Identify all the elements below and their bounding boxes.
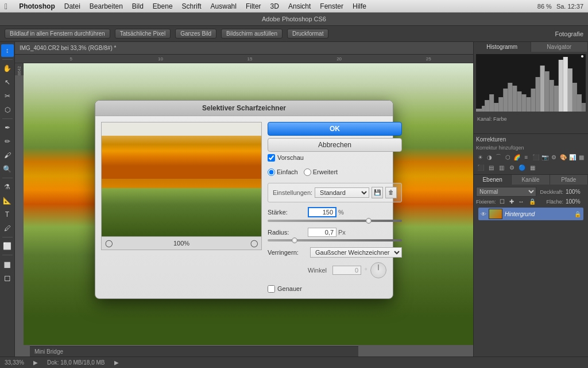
opt-btn-actual[interactable]: Tatsächliche Pixel bbox=[115, 29, 171, 39]
settings-delete-btn[interactable]: 🗑 bbox=[385, 187, 397, 198]
menu-bild[interactable]: Bild bbox=[132, 2, 144, 10]
menu-datei[interactable]: Datei bbox=[64, 2, 80, 10]
tool-separator-2 bbox=[2, 118, 13, 119]
tool-measure[interactable]: 📐 bbox=[1, 194, 14, 207]
histogram-svg bbox=[476, 54, 586, 112]
tool-text[interactable]: T bbox=[1, 208, 14, 221]
doc-info: Dok: 18,0 MB/18,0 MB bbox=[47, 359, 105, 366]
settings-select[interactable]: Standard bbox=[315, 187, 369, 198]
menu-fenster[interactable]: Fenster bbox=[320, 2, 343, 10]
correction-pattern-icon[interactable]: ▦ bbox=[528, 163, 537, 172]
menu-bearbeiten[interactable]: Bearbeiten bbox=[90, 2, 123, 10]
angle-input[interactable] bbox=[332, 266, 361, 275]
strength-input[interactable] bbox=[308, 207, 336, 217]
strength-slider[interactable] bbox=[268, 220, 402, 222]
tool-zoom[interactable]: 🔍 bbox=[1, 163, 14, 175]
reduce-select[interactable]: Gaußscher Weichzeichner bbox=[310, 247, 402, 258]
correction-invert-icon[interactable]: ⬛ bbox=[476, 163, 485, 172]
fix-icon-2[interactable]: ✚ bbox=[509, 198, 514, 205]
radio-advanced[interactable] bbox=[304, 168, 311, 176]
blend-mode-select[interactable]: Normal bbox=[476, 187, 536, 197]
preview-nav-left[interactable]: ◯ bbox=[102, 239, 116, 247]
tool-crop[interactable]: ✂ bbox=[1, 90, 14, 102]
radius-input[interactable] bbox=[308, 228, 336, 237]
menu-ebene[interactable]: Ebene bbox=[153, 2, 173, 10]
tool-burn[interactable]: ⚗ bbox=[1, 181, 14, 193]
histogram-tab[interactable]: Histogramm bbox=[474, 42, 531, 52]
mode-simple[interactable]: Einfach bbox=[268, 168, 298, 176]
ok-button[interactable]: OK bbox=[268, 122, 402, 136]
navigator-tab[interactable]: Navigator bbox=[531, 42, 589, 52]
layer-item-background[interactable]: 👁 Hintergrund 🔒 bbox=[478, 208, 583, 220]
tool-pen[interactable]: 🖊 bbox=[1, 222, 14, 235]
correction-levels-icon[interactable]: 📊 bbox=[568, 152, 577, 162]
tool-brush[interactable]: ✏ bbox=[1, 135, 14, 148]
reduce-row: Verringern: Gaußscher Weichzeichner bbox=[268, 247, 402, 258]
preview-area: ◯ 100% ◯ bbox=[101, 122, 262, 293]
tool-move[interactable]: ↕ bbox=[1, 44, 14, 57]
tool-magic[interactable]: ⬡ bbox=[1, 103, 14, 116]
angle-dial[interactable] bbox=[370, 262, 386, 278]
correction-sun-icon[interactable]: ☀ bbox=[476, 152, 484, 162]
fix-icon-3[interactable]: ↔ bbox=[519, 198, 524, 205]
layers-tab[interactable]: Ebenen bbox=[474, 175, 512, 185]
correction-color2-icon[interactable]: 🔵 bbox=[517, 163, 527, 172]
tool-heal[interactable]: ✒ bbox=[1, 121, 14, 134]
menu-photoshop[interactable]: Photoshop bbox=[19, 2, 55, 10]
menu-schrift[interactable]: Schrift bbox=[182, 2, 202, 10]
menu-auswahl[interactable]: Auswahl bbox=[211, 2, 237, 10]
correction-hsl-icon[interactable]: ≡ bbox=[522, 152, 530, 162]
mode-advanced[interactable]: Erweitert bbox=[304, 168, 338, 176]
correction-contrast-icon[interactable]: ◑ bbox=[485, 152, 493, 162]
correction-photo-filter-icon[interactable]: 📷 bbox=[541, 152, 549, 162]
tool-hand[interactable]: ✋ bbox=[1, 62, 14, 75]
radius-thumb[interactable] bbox=[292, 237, 297, 243]
menu-3d[interactable]: 3D bbox=[270, 2, 279, 10]
opt-btn-fit[interactable]: Ganzes Bild bbox=[175, 29, 216, 39]
opt-btn-scroll[interactable]: Bildlauf in allen Fenstern durchführen bbox=[5, 29, 110, 39]
preview-nav-right[interactable]: ◯ bbox=[247, 239, 261, 247]
svg-rect-12 bbox=[531, 89, 536, 112]
tool-foreground-color[interactable]: ◼ bbox=[1, 258, 14, 270]
correction-mix-icon[interactable]: ⚙ bbox=[550, 152, 558, 162]
radius-unit: Px bbox=[338, 229, 346, 236]
opt-btn-fill[interactable]: Bildschirm ausfüllen bbox=[221, 29, 283, 39]
tool-stamp[interactable]: 🖌 bbox=[1, 149, 14, 162]
radio-simple[interactable] bbox=[268, 168, 275, 176]
layer-lock-icon[interactable]: 🔒 bbox=[574, 211, 581, 217]
correction-color-icon[interactable]: 🎨 bbox=[559, 152, 567, 162]
apple-menu[interactable]:  bbox=[5, 2, 7, 11]
preview-checkbox[interactable] bbox=[268, 154, 275, 162]
correction-bw-icon[interactable]: ⬛ bbox=[531, 152, 539, 162]
tool-shape[interactable]: ⬜ bbox=[1, 240, 14, 252]
fix-icon-4[interactable]: 🔒 bbox=[529, 198, 536, 205]
histogram-footer: Kanal: Farbe bbox=[474, 114, 588, 131]
opt-btn-print[interactable]: Druckformat bbox=[287, 29, 328, 39]
strength-thumb[interactable] bbox=[366, 218, 372, 224]
correction-vibrance-icon[interactable]: 🌈 bbox=[513, 152, 521, 162]
svg-rect-7 bbox=[508, 83, 512, 112]
correction-poster-icon[interactable]: ▤ bbox=[486, 163, 496, 172]
cancel-button[interactable]: Abbrechen bbox=[268, 138, 402, 152]
menu-hilfe[interactable]: Hilfe bbox=[353, 2, 366, 10]
channels-tab[interactable]: Kanäle bbox=[512, 175, 550, 185]
svg-rect-10 bbox=[521, 94, 526, 112]
accurate-checkbox[interactable] bbox=[268, 285, 275, 293]
svg-rect-1 bbox=[482, 106, 485, 112]
menu-filter[interactable]: Filter bbox=[246, 2, 261, 10]
correction-selective-icon[interactable]: ⚙ bbox=[507, 163, 516, 172]
menu-ansicht[interactable]: Ansicht bbox=[288, 2, 311, 10]
tool-select[interactable]: ↖ bbox=[1, 76, 14, 89]
histogram-label: Kanal: Farbe bbox=[477, 116, 507, 122]
paths-tab[interactable]: Pfade bbox=[550, 175, 588, 185]
correction-curve-icon[interactable]: ⌒ bbox=[494, 152, 502, 162]
correction-threshold-icon[interactable]: ▥ bbox=[497, 163, 506, 172]
tool-background-color[interactable]: ◻ bbox=[1, 271, 14, 284]
correction-gradient-icon[interactable]: ▦ bbox=[578, 152, 586, 162]
correction-exposure-icon[interactable]: ⬡ bbox=[504, 152, 512, 162]
settings-save-btn[interactable]: 💾 bbox=[372, 187, 383, 198]
preview-image[interactable] bbox=[101, 122, 262, 237]
layer-visibility-icon[interactable]: 👁 bbox=[481, 211, 486, 217]
radius-slider[interactable] bbox=[268, 239, 402, 241]
fix-icon-1[interactable]: ☐ bbox=[500, 198, 505, 205]
